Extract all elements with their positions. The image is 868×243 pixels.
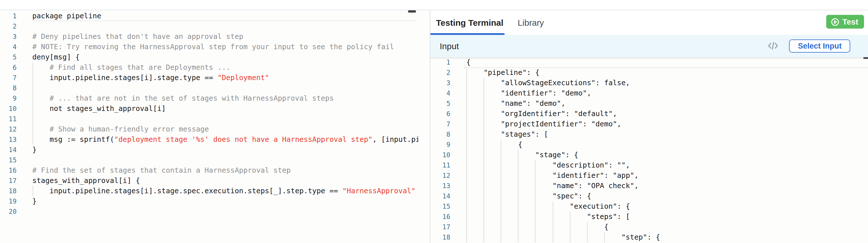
code-line: 19} (0, 196, 418, 206)
code-line: 18 "step": { (430, 232, 868, 242)
code-token: "projectIdentifier": "demo", (501, 119, 621, 128)
line-number: 5 (430, 98, 450, 109)
line-number: 6 (0, 62, 17, 72)
indent-guide (32, 103, 33, 113)
code-line: 15 "execution": { (430, 201, 868, 212)
policy-code-lines: 1package pipeline23# Deny pipelines that… (0, 10, 418, 216)
select-input-button[interactable]: Select Input (789, 39, 850, 53)
code-line-text: package pipeline (17, 10, 418, 21)
indent-guide (569, 232, 570, 242)
code-token: , [input.pipel (372, 135, 418, 143)
test-button-label: Test (842, 17, 859, 26)
code-line-text: "projectIdentifier": "demo", (450, 119, 868, 129)
indent-guide (466, 160, 467, 170)
line-number: 8 (0, 82, 17, 93)
indent-guide (535, 170, 536, 181)
code-line: 14} (0, 144, 418, 155)
code-line: 16# Find the set of stages that contain … (0, 165, 418, 175)
line-number: 9 (430, 140, 450, 150)
indent-guide (518, 170, 519, 181)
top-strip (0, 0, 868, 10)
indent-guide (32, 185, 33, 196)
indent-guide (553, 222, 553, 232)
code-line: 8 "stages": [ (430, 129, 868, 140)
indent-guide (466, 98, 467, 109)
indent-guide (535, 222, 536, 232)
code-line: 17 { (430, 222, 868, 232)
code-string: "Deployment" (217, 73, 269, 81)
code-line: 5 "name": "demo", (430, 98, 868, 109)
line-number: 8 (430, 129, 450, 140)
indent-guide (484, 191, 484, 201)
code-line-text (17, 155, 418, 165)
test-button[interactable]: Test (827, 15, 864, 29)
code-line-text: input.pipeline.stages[i].stage.spec.exec… (17, 185, 418, 196)
code-token: "name": "demo", (501, 99, 565, 107)
line-number: 11 (0, 113, 17, 124)
code-line-text: } (17, 196, 418, 206)
indent-guide (553, 201, 553, 212)
indent-guide (484, 78, 484, 88)
code-token: { (466, 58, 471, 66)
indent-guide (484, 222, 484, 232)
code-token: input.pipeline.stages[i].stage.type == (50, 73, 217, 81)
tab-library[interactable]: Library (518, 18, 544, 28)
indent-guide (484, 201, 484, 212)
indent-guide (587, 222, 587, 232)
code-line-text: deny[msg] { (17, 52, 418, 62)
indent-guide (535, 232, 536, 242)
code-icon[interactable] (768, 42, 778, 50)
page: 1package pipeline23# Deny pipelines that… (0, 0, 868, 243)
code-line-text: # NOTE: Try removing the HarnessApproval… (17, 41, 418, 52)
code-token: { (518, 140, 522, 149)
code-line-text: "pipeline": { (450, 67, 868, 78)
line-number: 12 (430, 170, 450, 181)
indent-guide (501, 232, 501, 242)
code-line: 6 "orgIdentifier": "default", (430, 109, 868, 119)
code-token: "pipeline": { (484, 68, 539, 77)
line-number: 9 (0, 93, 17, 103)
code-token: stages_with_approval[i] { (32, 176, 140, 184)
code-token: "spec": { (553, 192, 591, 200)
code-token: "identifier": "app", (553, 171, 639, 179)
line-number: 3 (430, 78, 450, 88)
code-comment: # Find the set of stages that contain a … (32, 166, 291, 174)
code-line: 7 "projectIdentifier": "demo", (430, 119, 868, 129)
indent-guide (518, 150, 519, 160)
code-line: 18 input.pipeline.stages[i].stage.spec.e… (0, 185, 418, 196)
indent-guide (518, 191, 519, 201)
indent-guide (32, 93, 33, 103)
code-token: "stages": [ (501, 130, 548, 138)
code-line-text: msg := sprintf("deployment stage '%s' do… (17, 134, 418, 144)
indent-guide (587, 232, 587, 242)
indent-guide (466, 109, 467, 119)
code-line-text: "name": "OPA check", (450, 181, 868, 191)
indent-guide (501, 140, 501, 150)
code-line-text: "steps": [ (450, 212, 868, 222)
code-line-text: "description": "", (450, 160, 868, 170)
line-number: 11 (430, 160, 450, 170)
indent-guide (466, 67, 467, 78)
indent-guide (484, 170, 484, 181)
indent-guide (501, 201, 501, 212)
input-section-title: Input (440, 41, 459, 51)
code-token: } (32, 145, 37, 153)
code-line-text: "stages": [ (450, 129, 868, 140)
tab-testing-terminal[interactable]: Testing Terminal (436, 18, 503, 28)
line-number: 17 (0, 175, 17, 185)
line-number: 19 (0, 196, 17, 206)
code-line-text: # Find the set of stages that contain a … (17, 165, 418, 175)
indent-guide (535, 160, 536, 170)
code-line-text: { (450, 57, 868, 67)
policy-editor[interactable]: 1package pipeline23# Deny pipelines that… (0, 10, 430, 243)
line-number: 1 (0, 10, 17, 21)
code-line: 3# Deny pipelines that don't have an app… (0, 31, 418, 41)
code-line: 2 "pipeline": { (430, 67, 868, 78)
indent-guide (518, 222, 519, 232)
code-token: "name": "OPA check", (553, 181, 639, 190)
code-token: deny[msg] { (32, 52, 80, 61)
code-line: 9 # ... that are not in the set of stage… (0, 93, 418, 103)
indent-guide (484, 212, 484, 222)
input-json-editor[interactable]: 1{2 "pipeline": {3 "allowStageExecutions… (430, 57, 868, 243)
code-line: 12 "identifier": "app", (430, 170, 868, 181)
